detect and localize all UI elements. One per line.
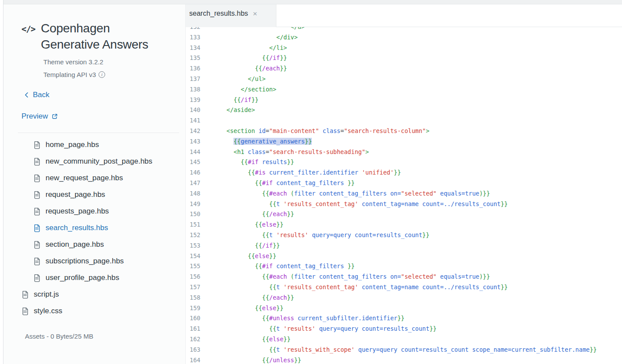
document-icon <box>33 174 41 182</box>
line-content: {{else}} <box>226 303 283 314</box>
code-line[interactable]: 162 {{else}} <box>186 334 622 345</box>
document-icon <box>21 290 29 299</box>
line-number: 155 <box>186 261 226 272</box>
file-list-divider <box>18 133 179 133</box>
code-line[interactable]: 150 {{/each}} <box>186 209 622 220</box>
code-line[interactable]: 154 {{else}} <box>186 251 622 262</box>
document-icon <box>21 307 29 315</box>
line-content: {{t 'results_with_scope' query=query cou… <box>226 345 597 355</box>
line-number: 161 <box>186 324 226 334</box>
code-line[interactable]: 135 {{/if}} <box>186 53 622 63</box>
code-line[interactable]: 147 {{#if content_tag_filters }} <box>186 178 622 189</box>
line-content: {{#is current_filter.identifier 'unified… <box>226 168 401 178</box>
line-number: 156 <box>186 272 226 282</box>
code-editor-pane: 132 </a> 133 </div> 134 </li> 135 {{/if}… <box>186 0 622 364</box>
line-content: {{/if}} <box>226 95 258 105</box>
code-line[interactable]: 141 <box>186 116 622 126</box>
line-number: 157 <box>186 282 226 293</box>
code-line[interactable]: 138 </section> <box>186 84 622 95</box>
preview-link[interactable]: Preview <box>21 112 58 121</box>
back-link[interactable]: Back <box>24 91 49 99</box>
tab-title: search_results.hbs <box>189 10 248 18</box>
close-tab-icon[interactable]: × <box>253 10 257 18</box>
file-item-search_results.hbs[interactable]: search_results.hbs <box>21 220 179 236</box>
line-content: {{/each}} <box>226 63 287 74</box>
code-line[interactable]: 133 </div> <box>186 32 622 43</box>
file-list: home_page.hbs new_community_post_page.hb… <box>21 136 179 319</box>
theme-header: </> Copenhagen Generative Answers <box>21 20 179 52</box>
file-item-section_page.hbs[interactable]: section_page.hbs <box>21 236 179 253</box>
code-area[interactable]: 132 </a> 133 </div> 134 </li> 135 {{/if}… <box>186 22 622 364</box>
line-content: {{else}} <box>226 220 283 230</box>
file-name: request_page.hbs <box>46 190 105 199</box>
file-name: script.js <box>34 290 59 299</box>
line-number: 140 <box>186 105 226 116</box>
line-content: {{/unless}} <box>226 355 301 364</box>
code-line[interactable]: 158 {{/each}} <box>186 293 622 303</box>
code-line[interactable]: 142 <section id="main-content" class="se… <box>186 126 622 136</box>
line-content: </section> <box>226 84 276 95</box>
file-item-new_request_page.hbs[interactable]: new_request_page.hbs <box>21 170 179 186</box>
document-icon <box>33 274 41 282</box>
line-content: <h1 class="search-results-subheading"> <box>226 147 369 158</box>
line-number: 147 <box>186 178 226 189</box>
sidebar: </> Copenhagen Generative Answers Theme … <box>4 4 186 364</box>
code-line[interactable]: 152 {{t 'results' query=query count=resu… <box>186 230 622 241</box>
line-number: 160 <box>186 313 226 324</box>
code-line[interactable]: 164 {{/unless}} <box>186 355 622 364</box>
theme-title: Copenhagen Generative Answers <box>41 20 160 52</box>
document-icon <box>33 257 41 266</box>
code-line[interactable]: 148 {{#each (filter content_tag_filters … <box>186 189 622 199</box>
line-number: 150 <box>186 209 226 220</box>
code-line[interactable]: 161 {{t 'results' query=query count=resu… <box>186 324 622 334</box>
line-number: 162 <box>186 334 226 345</box>
line-content: {{#if content_tag_filters }} <box>226 178 355 189</box>
code-line[interactable]: 136 {{/each}} <box>186 63 622 74</box>
code-line[interactable]: 159 {{else}} <box>186 303 622 314</box>
file-name: search_results.hbs <box>46 224 108 232</box>
file-item-subscriptions_page.hbs[interactable]: subscriptions_page.hbs <box>21 253 179 270</box>
line-content: {{/if}} <box>226 241 280 251</box>
file-item-new_community_post_page.hbs[interactable]: new_community_post_page.hbs <box>21 153 179 170</box>
code-line[interactable]: 160 {{#unless current_subfilter.identifi… <box>186 313 622 324</box>
line-content: {{/if}} <box>226 53 287 63</box>
line-content: {{t 'results_content_tag' content_tag=na… <box>226 282 508 293</box>
file-item-request_page.hbs[interactable]: request_page.hbs <box>21 186 179 203</box>
line-number: 153 <box>186 241 226 251</box>
code-line[interactable]: 146 {{#is current_filter.identifier 'uni… <box>186 168 622 178</box>
code-line[interactable]: 144 <h1 class="search-results-subheading… <box>186 147 622 158</box>
line-number: 145 <box>186 157 226 168</box>
code-line[interactable]: 145 {{#if results}} <box>186 157 622 168</box>
file-name: new_request_page.hbs <box>46 174 123 182</box>
line-number: 142 <box>186 126 226 136</box>
file-item-requests_page.hbs[interactable]: requests_page.hbs <box>21 203 179 220</box>
code-line[interactable]: 137 </ul> <box>186 74 622 84</box>
line-content: {{generative_answers}} <box>226 136 312 147</box>
file-item-style.css[interactable]: style.css <box>21 303 179 319</box>
line-content: {{#each (filter content_tag_filters on="… <box>226 272 490 282</box>
file-item-user_profile_page.hbs[interactable]: user_profile_page.hbs <box>21 270 179 286</box>
code-line[interactable]: 157 {{t 'results_content_tag' content_ta… <box>186 282 622 293</box>
code-line[interactable]: 155 {{#if content_tag_filters }} <box>186 261 622 272</box>
code-line[interactable]: 156 {{#each (filter content_tag_filters … <box>186 272 622 282</box>
code-line[interactable]: 143 {{generative_answers}} <box>186 136 622 147</box>
document-icon <box>33 224 41 232</box>
code-line[interactable]: 163 {{t 'results_with_scope' query=query… <box>186 345 622 355</box>
code-line[interactable]: 149 {{t 'results_content_tag' content_ta… <box>186 199 622 210</box>
line-content: {{/each}} <box>226 209 294 220</box>
line-content: {{else}} <box>226 251 276 262</box>
info-icon[interactable]: i <box>99 71 105 78</box>
code-line[interactable]: 151 {{else}} <box>186 220 622 230</box>
file-item-home_page.hbs[interactable]: home_page.hbs <box>21 136 179 153</box>
code-line[interactable]: 139 {{/if}} <box>186 95 622 105</box>
window-left-edge <box>0 0 4 364</box>
theme-code-editor: </> Copenhagen Generative Answers Theme … <box>0 0 622 364</box>
line-number: 141 <box>186 116 226 126</box>
code-line[interactable]: 153 {{/if}} <box>186 241 622 251</box>
file-item-script.js[interactable]: script.js <box>21 286 179 303</box>
file-name: style.css <box>34 307 62 315</box>
code-line[interactable]: 134 </li> <box>186 43 622 53</box>
code-line[interactable]: 140 </aside> <box>186 105 622 116</box>
file-name: new_community_post_page.hbs <box>46 157 152 166</box>
code-icon: </> <box>21 24 35 34</box>
